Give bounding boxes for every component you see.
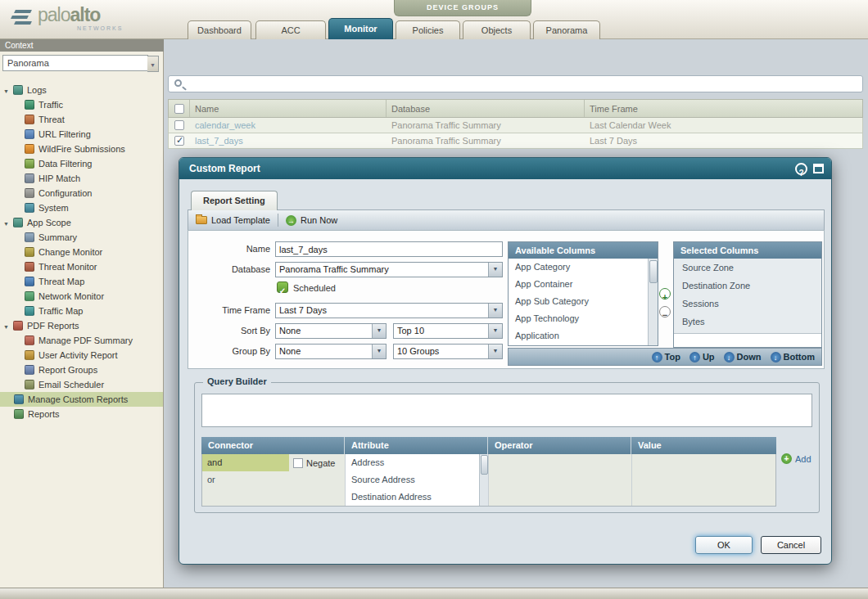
sidebar-item-system[interactable]: System [0,200,163,215]
dialog-header[interactable]: Custom Report [179,158,831,179]
sidebar-item-threat-map[interactable]: Threat Map [0,274,163,289]
dropdown-arrow-icon[interactable] [488,304,502,318]
collapse-arrow-icon[interactable] [3,85,13,95]
sidebar-item-hip-match[interactable]: HIP Match [0,171,163,186]
select-all-checkbox[interactable] [174,104,184,114]
sidebar-item-summary[interactable]: Summary [0,230,163,245]
sidebar-section-app-scope[interactable]: App Scope [0,215,163,230]
sidebar-item-configuration[interactable]: Configuration [0,186,163,200]
name-input[interactable] [275,241,503,257]
available-column-item[interactable]: App Technology [509,310,658,327]
sidebar-item-url-filtering[interactable]: URL Filtering [0,127,163,142]
ok-button[interactable]: OK [695,536,753,554]
window-icon[interactable] [813,164,824,173]
collapse-arrow-icon[interactable] [3,321,13,331]
query-builder-input[interactable] [201,394,812,427]
dropdown-arrow-icon[interactable] [372,345,386,358]
help-icon[interactable] [795,163,807,175]
selected-column-item[interactable]: Bytes [674,313,821,331]
run-now-button[interactable]: Run Now [278,210,345,230]
dropdown-arrow-icon[interactable] [488,263,502,277]
dropdown-arrow-icon[interactable] [372,324,386,338]
time-frame-select[interactable]: Last 7 Days [275,303,503,318]
negate-checkbox[interactable] [293,458,303,468]
scrollbar[interactable] [479,454,488,506]
sidebar-item-traffic[interactable]: Traffic [0,97,163,112]
available-column-item[interactable]: App Container [509,276,658,293]
report-name-link[interactable]: last_7_days [190,136,387,146]
sidebar-item-user-activity-report[interactable]: User Activity Report [0,348,163,363]
sort-by-limit-select[interactable]: Top 10 [393,323,503,339]
move-down-button[interactable]: Down [724,352,762,363]
search-input[interactable] [168,75,863,92]
sidebar-item-manage-custom-reports[interactable]: Manage Custom Reports [0,392,163,407]
database-select[interactable]: Panorama Traffic Summary [275,262,503,277]
collapse-arrow-icon[interactable] [3,218,13,227]
add-column-icon[interactable] [659,288,671,300]
column-header-time-frame[interactable]: Time Frame [585,100,862,117]
tab-panorama[interactable]: Panorama [533,20,600,39]
tab-objects[interactable]: Objects [463,20,531,39]
selected-column-item[interactable]: Sessions [674,295,821,313]
available-column-item[interactable]: App Category [509,259,658,276]
row-checkbox[interactable] [174,120,184,130]
sidebar-item-manage-pdf-summary[interactable]: Manage PDF Summary [0,333,163,348]
tab-dashboard[interactable]: Dashboard [188,20,251,39]
dropdown-arrow-icon[interactable] [488,345,502,358]
scrollbar[interactable] [648,259,658,345]
selected-column-item[interactable]: Source Zone [674,259,821,277]
move-top-button[interactable]: Top [652,352,680,363]
report-settings-panel: Name Database Panorama Traffic Summary S… [188,230,825,369]
sidebar-item-wildfire-submissions[interactable]: WildFire Submissions [0,142,163,156]
sidebar-item-email-scheduler[interactable]: Email Scheduler [0,377,163,392]
available-column-item[interactable]: Application [509,327,658,345]
connector-option-or[interactable]: or [202,471,345,489]
item-label: Summary [38,232,77,242]
sidebar-item-reports[interactable]: Reports [0,407,163,421]
sidebar-item-network-monitor[interactable]: Network Monitor [0,289,163,304]
dialog-title: Custom Report [189,163,795,174]
item-label: Threat [38,115,65,124]
sidebar-item-change-monitor[interactable]: Change Monitor [0,245,163,259]
connector-option-and[interactable]: and [202,454,289,471]
table-row[interactable]: calendar_week Panorama Traffic Summary L… [168,118,863,133]
sidebar-item-report-groups[interactable]: Report Groups [0,363,163,377]
context-dropdown-arrow-icon[interactable] [147,56,159,72]
attribute-option[interactable]: Address [346,454,479,471]
item-label: Traffic [38,100,63,110]
tab-monitor[interactable]: Monitor [328,18,393,39]
report-name-link[interactable]: calendar_week [190,120,387,130]
attribute-option[interactable]: Destination Address [346,489,479,506]
dropdown-arrow-icon[interactable] [488,324,502,338]
tab-policies[interactable]: Policies [396,20,460,39]
attribute-option[interactable]: Source Address [346,471,479,489]
sidebar-section-logs[interactable]: Logs [0,83,163,97]
sidebar-item-traffic-map[interactable]: Traffic Map [0,304,163,318]
column-header-database[interactable]: Database [387,100,585,117]
item-label: WildFire Submissions [38,144,125,154]
selected-column-item[interactable]: Destination Zone [674,277,821,295]
group-by-select[interactable]: None [275,344,387,359]
table-row[interactable]: last_7_days Panorama Traffic Summary Las… [168,133,863,149]
group-by-limit-select[interactable]: 10 Groups [393,344,503,359]
remove-column-icon[interactable] [659,306,671,318]
tab-report-setting[interactable]: Report Setting [191,191,278,210]
move-bottom-button[interactable]: Bottom [771,352,816,363]
add-rule-button[interactable]: Add [781,453,811,464]
tab-acc[interactable]: ACC [255,20,326,39]
context-select[interactable]: Panorama [2,55,148,71]
load-template-button[interactable]: Load Template [188,210,278,230]
time-frame-label: Time Frame [188,305,270,315]
report-groups-icon [25,365,34,375]
scheduled-checkbox[interactable] [277,281,288,293]
cancel-button[interactable]: Cancel [761,536,821,554]
row-checkbox[interactable] [174,136,184,146]
sort-by-select[interactable]: None [275,323,387,339]
sidebar-item-threat-monitor[interactable]: Threat Monitor [0,259,163,274]
sidebar-section-pdf-reports[interactable]: PDF Reports [0,318,163,333]
sidebar-item-threat[interactable]: Threat [0,112,163,127]
column-header-name[interactable]: Name [190,100,387,117]
move-up-button[interactable]: Up [689,352,715,363]
sidebar-item-data-filtering[interactable]: Data Filtering [0,156,163,171]
available-column-item[interactable]: App Sub Category [509,293,658,310]
